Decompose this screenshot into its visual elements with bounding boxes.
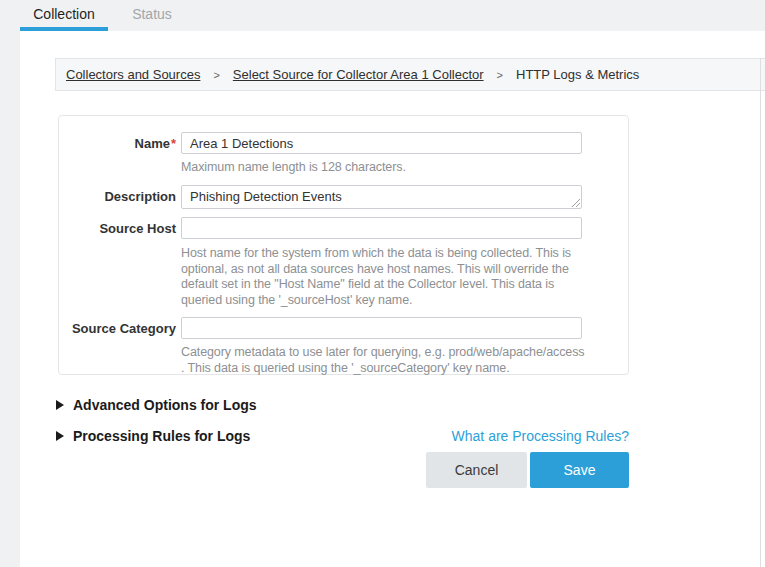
breadcrumb-separator: >	[497, 69, 503, 81]
source-config-card: Name* Maximum name length is 128 charact…	[58, 115, 629, 375]
breadcrumb-link-collectors-and-sources[interactable]: Collectors and Sources	[66, 67, 200, 82]
breadcrumb: Collectors and Sources > Select Source f…	[55, 58, 765, 91]
tab-collection[interactable]: Collection	[20, 0, 108, 31]
name-label: Name*	[59, 136, 176, 151]
section-advanced-options[interactable]: Advanced Options for Logs	[56, 397, 257, 413]
section-processing-rules-label: Processing Rules for Logs	[73, 428, 250, 444]
description-textarea[interactable]: Phishing Detection Events	[181, 185, 582, 209]
name-hint: Maximum name length is 128 characters.	[181, 160, 585, 176]
section-advanced-options-label: Advanced Options for Logs	[73, 397, 257, 413]
collapsed-caret-icon	[56, 400, 64, 410]
page-right-edge-line	[760, 58, 761, 567]
collapsed-caret-icon	[56, 431, 64, 441]
tab-status-label: Status	[132, 6, 172, 22]
breadcrumb-separator: >	[213, 69, 219, 81]
source-host-input[interactable]	[181, 217, 582, 239]
source-host-hint: Host name for the system from which the …	[181, 246, 585, 308]
source-host-label: Source Host	[59, 221, 176, 236]
save-button[interactable]: Save	[530, 452, 629, 488]
source-category-label: Source Category	[59, 321, 176, 336]
section-processing-rules[interactable]: Processing Rules for Logs	[56, 428, 250, 444]
name-input[interactable]	[181, 132, 582, 154]
cancel-button[interactable]: Cancel	[426, 452, 527, 488]
breadcrumb-link-select-source[interactable]: Select Source for Collector Area 1 Colle…	[233, 67, 484, 82]
tab-bar: Collection Status	[0, 0, 765, 31]
source-category-hint: Category metadata to use later for query…	[181, 345, 585, 376]
source-category-input[interactable]	[181, 317, 582, 339]
tab-status[interactable]: Status	[123, 0, 181, 31]
required-asterisk: *	[171, 136, 176, 151]
tab-collection-label: Collection	[33, 6, 94, 22]
processing-rules-help-link[interactable]: What are Processing Rules?	[452, 428, 629, 444]
breadcrumb-current-page: HTTP Logs & Metrics	[516, 67, 639, 82]
description-label: Description	[59, 189, 176, 204]
